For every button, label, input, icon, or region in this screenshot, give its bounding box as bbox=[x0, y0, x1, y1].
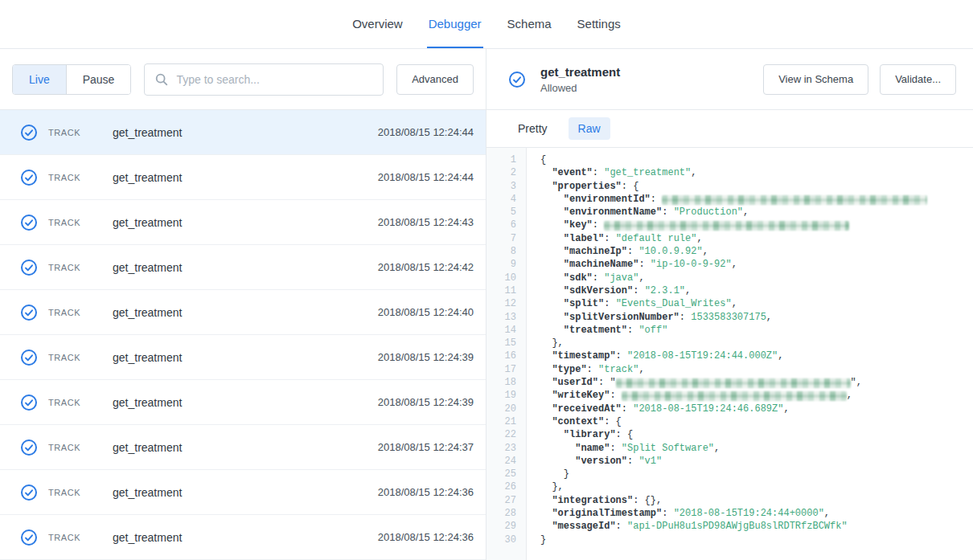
allowed-check-icon bbox=[20, 349, 38, 366]
event-name: get_treatment bbox=[113, 261, 182, 274]
code-line: "environmentName": "Production", bbox=[540, 206, 973, 219]
view-in-schema-button[interactable]: View in Schema bbox=[763, 64, 868, 95]
json-punctuation: , bbox=[685, 285, 691, 296]
json-punctuation: , bbox=[743, 206, 749, 218]
code-line: "sdkVersion": "2.3.1", bbox=[540, 284, 973, 297]
code-line: "integrations": {}, bbox=[540, 494, 973, 507]
list-item[interactable]: TRACK get_treatment 2018/08/15 12:24:37 bbox=[0, 425, 486, 470]
tab-raw[interactable]: Raw bbox=[569, 117, 610, 140]
detail-actions: View in Schema Validate... bbox=[763, 64, 956, 95]
json-punctuation: , bbox=[766, 312, 772, 323]
allowed-check-icon bbox=[20, 169, 38, 186]
json-punctuation: : { bbox=[622, 181, 639, 192]
line-number: 5 bbox=[486, 206, 516, 219]
json-key: "environmentId" bbox=[564, 194, 651, 205]
event-name: get_treatment bbox=[113, 531, 182, 544]
main-content: Live Pause Advanced TRACK get_treatment … bbox=[0, 49, 973, 560]
json-value: "2018-08-15T19:24:46.689Z" bbox=[633, 403, 783, 415]
allowed-check-icon bbox=[20, 259, 38, 276]
code-line: "context": { bbox=[540, 415, 973, 428]
list-item[interactable]: TRACK get_treatment 2018/08/15 12:24:43 bbox=[0, 200, 486, 245]
json-value: "java" bbox=[604, 272, 638, 284]
pause-button[interactable]: Pause bbox=[67, 65, 131, 94]
json-punctuation: : bbox=[616, 350, 627, 362]
event-timestamp: 2018/08/15 12:24:39 bbox=[378, 351, 474, 363]
json-punctuation: : bbox=[679, 312, 691, 323]
json-punctuation: : bbox=[638, 259, 650, 270]
line-number: 3 bbox=[486, 180, 516, 193]
search-input[interactable] bbox=[176, 73, 373, 86]
code-line: "sdk": "java", bbox=[540, 272, 973, 284]
json-punctuation: } bbox=[564, 468, 569, 480]
tab-settings[interactable]: Settings bbox=[576, 0, 622, 48]
list-item[interactable]: TRACK get_treatment 2018/08/15 12:24:40 bbox=[0, 290, 486, 335]
event-name: get_treatment bbox=[113, 171, 182, 184]
advanced-button[interactable]: Advanced bbox=[396, 64, 474, 95]
code-line: }, bbox=[540, 480, 973, 493]
live-button[interactable]: Live bbox=[13, 65, 67, 94]
code-line: } bbox=[540, 468, 973, 480]
line-number: 7 bbox=[486, 232, 516, 245]
event-timestamp: 2018/08/15 12:24:42 bbox=[378, 261, 474, 273]
list-item[interactable]: TRACK get_treatment 2018/08/15 12:24:39 bbox=[0, 335, 486, 380]
tab-overview[interactable]: Overview bbox=[351, 0, 404, 48]
list-item[interactable]: TRACK get_treatment 2018/08/15 12:24:39 bbox=[0, 380, 486, 425]
list-item[interactable]: TRACK get_treatment 2018/08/15 12:24:42 bbox=[0, 245, 486, 290]
line-number: 25 bbox=[486, 468, 516, 480]
line-number: 11 bbox=[486, 284, 516, 297]
code-line: "splitVersionNumber": 1533583307175, bbox=[540, 311, 973, 324]
line-number: 30 bbox=[486, 533, 516, 546]
json-key: "machineIp" bbox=[564, 246, 627, 257]
tab-pretty[interactable]: Pretty bbox=[508, 117, 557, 140]
json-value: "10.0.9.92" bbox=[638, 246, 702, 257]
event-timestamp: 2018/08/15 12:24:44 bbox=[378, 171, 474, 183]
json-punctuation: , bbox=[778, 350, 783, 362]
event-name: get_treatment bbox=[113, 306, 182, 319]
event-type-label: TRACK bbox=[48, 398, 98, 407]
tab-schema[interactable]: Schema bbox=[506, 0, 553, 48]
code-line: "version": "v1" bbox=[540, 455, 973, 468]
list-item[interactable]: TRACK get_treatment 2018/08/15 12:24:44 bbox=[0, 155, 486, 200]
json-punctuation: : bbox=[651, 194, 662, 205]
event-type-label: TRACK bbox=[48, 308, 98, 317]
event-type-label: TRACK bbox=[48, 353, 98, 362]
code-line: "writeKey": , bbox=[540, 389, 973, 402]
list-item[interactable]: TRACK get_treatment 2018/08/15 12:24:44 bbox=[0, 110, 486, 155]
line-number: 2 bbox=[486, 166, 516, 179]
detail-title-block: get_treatment Allowed bbox=[540, 65, 620, 94]
line-number: 14 bbox=[486, 324, 516, 337]
line-number: 27 bbox=[486, 494, 516, 507]
json-value: "get_treatment" bbox=[604, 167, 691, 178]
code-line: "originalTimestamp": "2018-08-15T19:24:4… bbox=[540, 507, 973, 520]
validate-button[interactable]: Validate... bbox=[880, 64, 956, 95]
json-punctuation: , bbox=[691, 167, 696, 178]
tab-debugger[interactable]: Debugger bbox=[427, 0, 483, 48]
search-box bbox=[144, 63, 384, 96]
line-number: 15 bbox=[486, 337, 516, 349]
stream-toolbar: Live Pause Advanced bbox=[0, 49, 486, 110]
json-key: "machineName" bbox=[564, 259, 639, 270]
event-name: get_treatment bbox=[113, 441, 182, 454]
json-key: "originalTimestamp" bbox=[552, 508, 662, 519]
list-item[interactable]: TRACK get_treatment 2018/08/15 12:24:36 bbox=[0, 470, 486, 515]
json-value: "default rule" bbox=[616, 233, 697, 244]
redacted-value bbox=[662, 195, 927, 205]
allowed-check-icon bbox=[20, 439, 38, 456]
json-punctuation: : bbox=[593, 219, 604, 231]
code-line: "messageId": "api-DPuH8u1sPD98AWjgBu8slR… bbox=[540, 520, 973, 533]
payload-view-tabs: Pretty Raw bbox=[486, 110, 973, 148]
event-list: TRACK get_treatment 2018/08/15 12:24:44 … bbox=[0, 110, 486, 560]
json-punctuation: : bbox=[610, 443, 621, 454]
list-item[interactable]: TRACK get_treatment 2018/08/15 12:24:36 bbox=[0, 515, 486, 560]
json-value: "ip-10-0-9-92" bbox=[651, 259, 732, 270]
json-punctuation: : bbox=[587, 364, 598, 375]
line-number: 8 bbox=[486, 245, 516, 258]
json-key: "name" bbox=[575, 443, 610, 454]
allowed-check-icon bbox=[20, 124, 38, 141]
json-value: "2018-08-15T19:24:44+0000" bbox=[674, 508, 824, 519]
line-number: 22 bbox=[486, 428, 516, 441]
json-key: "split" bbox=[564, 298, 604, 309]
json-key: "integrations" bbox=[552, 495, 633, 506]
json-viewer: 1234567891011121314151617181920212223242… bbox=[486, 148, 973, 560]
json-value: "v1" bbox=[638, 456, 662, 467]
